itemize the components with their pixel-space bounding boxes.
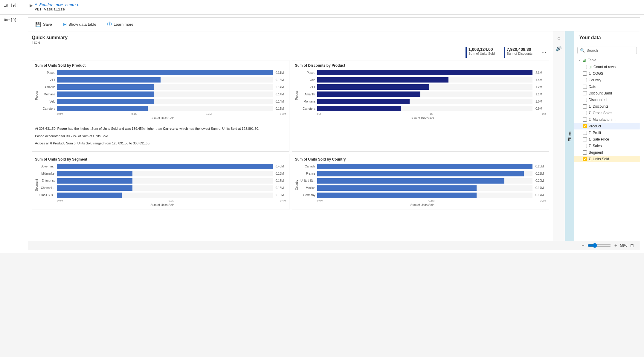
field-label: Units Sold: [593, 157, 635, 161]
checkbox-profit[interactable]: [583, 131, 587, 135]
bar-fill: [317, 171, 524, 176]
field-sales[interactable]: Σ Sales: [574, 143, 640, 149]
field-label: Manufacturin...: [593, 118, 625, 122]
show-data-table-button[interactable]: ⊞ Show data table: [60, 20, 99, 28]
field-label: Date: [589, 85, 635, 89]
field-manufacturing[interactable]: Σ Manufacturin...: [574, 116, 640, 123]
bar-label: Montana: [299, 100, 315, 103]
field-discount-band[interactable]: Discount Band: [574, 90, 640, 97]
bar-container: [317, 106, 533, 111]
filters-panel[interactable]: Filters: [565, 31, 574, 241]
bar-container: [57, 70, 273, 75]
checkbox-product[interactable]: [583, 124, 587, 128]
chart2-body: Paseo 2.3M Velo: [299, 70, 546, 120]
bar-container: [317, 70, 533, 75]
zoom-minus-button[interactable]: −: [582, 243, 584, 248]
checkbox-discounts[interactable]: [583, 104, 587, 109]
field-segment[interactable]: Segment: [574, 149, 640, 156]
checkbox-cogs[interactable]: [583, 71, 587, 76]
field-discounts[interactable]: Σ Discounts: [574, 103, 640, 110]
field-label: Sale Price: [593, 137, 635, 141]
bar-value: 0.17M: [535, 193, 546, 197]
checkbox-discount-band[interactable]: [583, 91, 587, 95]
tick: 1M: [430, 112, 434, 115]
zoom-plus-button[interactable]: +: [614, 243, 617, 248]
bar-label: Montana: [39, 93, 55, 96]
bar-row: Mexico 0.17M: [299, 185, 546, 191]
tick: 0.0M: [57, 112, 63, 115]
tick: 0.2M: [206, 112, 212, 115]
chart1-title: Sum of Units Sold by Product: [35, 63, 286, 68]
bar-fill: [317, 77, 449, 83]
bar-fill: [57, 70, 273, 75]
bar-row: VTT 0.15M: [39, 77, 286, 83]
field-profit[interactable]: Σ Profit: [574, 129, 640, 136]
tree-table-node[interactable]: ▾ ⊞ Table: [574, 57, 640, 64]
field-label: Profit: [593, 131, 635, 135]
bar-row: Channel ... 0.15M: [39, 185, 286, 191]
field-cogs[interactable]: Σ COGS: [574, 70, 640, 77]
checkbox-sale-price[interactable]: [583, 137, 587, 141]
bar-value: 1.0M: [535, 100, 546, 103]
checkbox-segment[interactable]: [583, 150, 587, 155]
tick: 0.0M: [57, 199, 63, 202]
show-data-table-label: Show data table: [68, 22, 96, 27]
checkbox-manufacturing[interactable]: [583, 118, 587, 122]
chart3-bars: Governm... 0.43M Midmarket: [39, 164, 286, 198]
bar-fill: [57, 99, 154, 104]
checkbox-count-of-rows[interactable]: [583, 65, 587, 69]
field-label: Segment: [589, 150, 635, 155]
bar-fill: [57, 164, 273, 169]
checkbox-discounted[interactable]: [583, 98, 587, 102]
zoom-slider[interactable]: [587, 243, 611, 248]
field-count-of-rows[interactable]: ⊞ Count of rows: [574, 64, 640, 70]
checkbox-units-sold[interactable]: [583, 157, 587, 161]
bar-value: 1.2M: [535, 86, 546, 89]
bar-value: 0.14M: [276, 100, 286, 103]
quick-summary-title: Quick summary: [32, 35, 549, 40]
fit-to-screen-icon[interactable]: ⊡: [630, 243, 634, 248]
bar-value: 0.13M: [276, 193, 286, 197]
collapse-icon[interactable]: «: [556, 34, 562, 43]
bar-container: [57, 91, 273, 97]
learn-more-label: Learn more: [114, 22, 133, 27]
your-data-panel: Your data 🔍 ▾ ⊞ Table: [574, 31, 640, 241]
run-button[interactable]: ▶: [30, 3, 33, 8]
stat-discounts: 7,920,409.30 Sum of Discounts: [504, 47, 532, 58]
save-button[interactable]: 💾 Save: [33, 20, 54, 28]
bar-fill: [57, 106, 148, 111]
more-options-icon[interactable]: ⋯: [541, 50, 546, 55]
cell-output-label: Out[9]:: [4, 17, 28, 22]
table-label: Table: [588, 58, 635, 62]
field-date[interactable]: Date: [574, 83, 640, 90]
bar-fill: [317, 106, 401, 111]
checkbox-sales[interactable]: [583, 144, 587, 148]
bar-container: [57, 84, 273, 90]
field-country[interactable]: Country: [574, 77, 640, 83]
search-input[interactable]: [587, 48, 634, 53]
search-box[interactable]: 🔍: [577, 47, 637, 54]
field-label: Gross Sales: [593, 111, 635, 115]
field-gross-sales[interactable]: Σ Gross Sales: [574, 110, 640, 116]
table-field-icon: ⊞: [589, 65, 592, 69]
field-sale-price[interactable]: Σ Sale Price: [574, 136, 640, 143]
bar-container: [317, 91, 533, 97]
bar-row: Enterprise 0.15M: [39, 178, 286, 184]
checkbox-country[interactable]: [583, 78, 587, 82]
field-product[interactable]: Product: [574, 123, 640, 129]
bar-container: [57, 193, 273, 198]
field-discounted[interactable]: Discounted: [574, 97, 640, 103]
bar-fill: [57, 77, 161, 83]
checkbox-date[interactable]: [583, 85, 587, 89]
search-icon: 🔍: [580, 48, 585, 53]
bar-value: 0.20M: [535, 179, 546, 182]
sigma-icon: Σ: [589, 104, 591, 109]
speaker-icon[interactable]: 🔊: [554, 44, 564, 53]
bar-row: Midmarket 0.15M: [39, 171, 286, 176]
bar-row: United St... 0.20M: [299, 178, 546, 184]
field-units-sold[interactable]: Σ Units Sold: [574, 156, 640, 162]
bar-container: [317, 99, 533, 104]
learn-more-button[interactable]: ⓘ Learn more: [105, 20, 136, 29]
checkbox-gross-sales[interactable]: [583, 111, 587, 115]
bar-label: Velo: [39, 100, 55, 103]
